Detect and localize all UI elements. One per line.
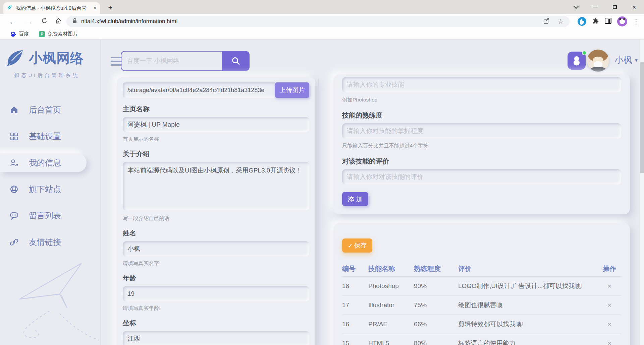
sidebar-item-dashboard[interactable]: 后台首页	[0, 100, 101, 119]
skill-id: 16	[342, 321, 368, 328]
about-label: 关于介绍	[123, 149, 309, 158]
sidebar-item-sites[interactable]: 旗下站点	[0, 180, 101, 199]
window-minimize-button[interactable]	[586, 0, 605, 14]
proficiency-input[interactable]	[342, 123, 621, 139]
new-tab-button[interactable]: +	[106, 3, 115, 12]
logo[interactable]: 小枫网络	[5, 48, 84, 68]
username-dropdown[interactable]: 小枫 ▾	[614, 54, 638, 66]
skill-proficiency: 90%	[414, 282, 458, 290]
home-button[interactable]	[55, 17, 62, 26]
notification-qq-button[interactable]	[568, 52, 586, 70]
window-restore-button[interactable]	[605, 0, 625, 14]
homepage-name-label: 主页名称	[123, 105, 309, 114]
name-input[interactable]	[123, 241, 309, 257]
bookmark-free-images[interactable]: P 免费素材图片	[39, 31, 78, 37]
delete-skill-icon[interactable]: ×	[598, 282, 621, 290]
skill-name: Illustrator	[368, 301, 414, 309]
sidebar-item-my-info[interactable]: 我的信息	[0, 153, 87, 172]
address-bar[interactable]: nitai4.xfwl.club/admin/information.html …	[66, 16, 570, 27]
profile-card-scrollbar[interactable]	[318, 79, 319, 344]
age-input[interactable]	[123, 286, 309, 301]
bookmark-label: 免费素材图片	[48, 31, 78, 37]
tab-close-icon[interactable]: ×	[94, 5, 97, 11]
bookmark-star-icon[interactable]: ☆	[558, 18, 564, 25]
skills-table-header: 编号 技能名称 熟练程度 评价 操作	[342, 261, 621, 277]
browser-profile-avatar[interactable]	[617, 16, 627, 26]
url-text: nitai4.xfwl.club/admin/information.html	[81, 18, 177, 25]
browser-tab-bar: 我的信息 - 小枫拟态ui4.0后台管 × + ×	[0, 0, 644, 14]
browser-menu-icon[interactable]: ⋮	[633, 18, 639, 25]
skill-name-input[interactable]	[342, 77, 621, 92]
window-close-button[interactable]: ×	[625, 0, 644, 14]
page-scrollbar	[640, 40, 644, 345]
skill-proficiency: 80%	[414, 340, 458, 345]
paper-plane-decoration	[9, 257, 100, 342]
add-skill-button[interactable]: 添 加	[342, 192, 368, 206]
window-menu-chevron-icon[interactable]	[566, 0, 586, 14]
extensions-puzzle-icon[interactable]	[592, 17, 599, 26]
sidebar-item-messages[interactable]: 留言列表	[0, 206, 101, 225]
back-button[interactable]: ←	[9, 17, 16, 26]
comments-icon	[9, 211, 19, 220]
delete-skill-icon[interactable]: ×	[598, 301, 621, 309]
browser-tab[interactable]: 我的信息 - 小枫拟态ui4.0后台管 ×	[3, 2, 100, 14]
search-icon	[231, 56, 240, 66]
delete-skill-icon[interactable]: ×	[598, 321, 621, 328]
homepage-name-input[interactable]	[123, 117, 309, 132]
sidebar-menu: 后台首页 基础设置 我的信息 旗下站点 留言列表 友情链接	[0, 100, 101, 259]
logo-text: 小枫网络	[29, 49, 84, 67]
logo-leaf-icon	[5, 48, 26, 68]
delete-skill-icon[interactable]: ×	[598, 340, 621, 345]
skill-proficiency: 75%	[414, 301, 458, 309]
skill-name: PR/AE	[368, 321, 414, 328]
save-button[interactable]: ✓ 保存	[342, 238, 372, 253]
skill-evaluation: 标签语言的使用能力	[458, 339, 598, 345]
proficiency-helper: 只能输入百分比并且不能超过4个字符	[342, 142, 621, 149]
forward-button[interactable]: →	[25, 17, 33, 26]
age-label: 年龄	[123, 274, 309, 283]
evaluation-input[interactable]	[342, 169, 621, 185]
skill-evaluation: 剪辑特效都可以找我噢!	[458, 320, 598, 329]
sidebar-item-label: 友情链接	[29, 237, 61, 248]
extension-blue-icon[interactable]	[578, 17, 586, 26]
table-row: 16 PR/AE 66% 剪辑特效都可以找我噢! ×	[342, 315, 621, 334]
link-icon	[9, 237, 19, 247]
bookmark-label: 百度	[19, 31, 29, 37]
location-label: 坐标	[123, 319, 309, 328]
check-icon: ✓	[348, 242, 353, 250]
sidebar-item-basic-settings[interactable]: 基础设置	[0, 127, 101, 146]
upload-image-button[interactable]: 上传图片	[275, 82, 309, 98]
skill-evaluation: 绘图也很腻害噢	[458, 301, 598, 309]
user-avatar[interactable]	[587, 50, 609, 72]
location-input[interactable]	[123, 331, 309, 345]
page-scrollbar-thumb[interactable]	[640, 62, 644, 173]
homepage-name-helper: 首页展示的名称	[123, 136, 309, 143]
browser-toolbar: ← → nitai4.xfwl.club/admin/information.h…	[0, 14, 644, 29]
side-panel-icon[interactable]	[605, 18, 611, 25]
skill-name: HTML5	[368, 340, 414, 345]
search-input[interactable]	[121, 51, 222, 71]
sidebar-item-links[interactable]: 友情链接	[0, 233, 101, 252]
user-icon	[9, 158, 19, 167]
qq-penguin-icon	[572, 55, 582, 66]
about-textarea[interactable]: 本站前端源代码以及UI图由小枫原创，采用GPL3.0开源协议！	[123, 162, 309, 210]
share-icon[interactable]	[543, 17, 550, 25]
home-icon	[9, 105, 19, 115]
tab-title: 我的信息 - 小枫拟态ui4.0后台管	[16, 5, 91, 11]
globe-icon	[9, 185, 19, 194]
sidebar-item-label: 我的信息	[29, 157, 61, 168]
avatar-path-input[interactable]	[123, 82, 277, 98]
proficiency-label: 技能的熟练度	[342, 111, 621, 120]
skill-id: 17	[342, 301, 368, 309]
menu-toggle-icon[interactable]	[111, 57, 122, 66]
skill-name-helper: 例如Photoshop	[342, 96, 621, 104]
reload-button[interactable]	[41, 17, 48, 26]
chevron-down-icon: ▾	[635, 57, 638, 63]
skill-id: 15	[342, 340, 368, 345]
skill-proficiency: 66%	[414, 321, 458, 328]
sidebar-item-label: 旗下站点	[29, 184, 61, 195]
bookmark-baidu[interactable]: 百度	[10, 31, 29, 37]
sidebar-item-label: 留言列表	[29, 210, 61, 221]
about-helper: 写一段介绍自己的话	[123, 215, 309, 222]
search-button[interactable]	[222, 51, 250, 71]
